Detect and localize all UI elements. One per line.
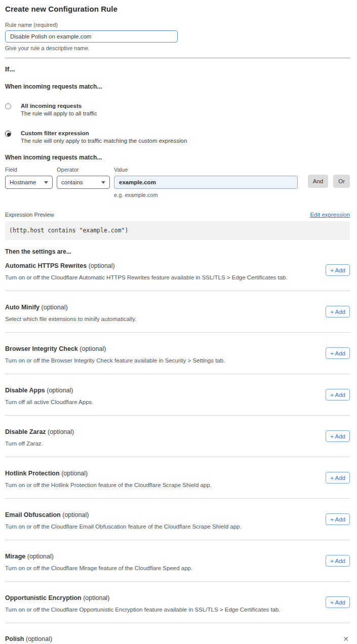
- setting-description: Turn on or off the Hotlink Protection fe…: [5, 482, 212, 488]
- setting-row: Mirage (optional) Turn on or off the Clo…: [5, 540, 350, 582]
- radio-option-custom-expression[interactable]: Custom filter expression The rule will o…: [5, 130, 350, 144]
- close-icon[interactable]: ✕: [343, 635, 349, 642]
- builder-heading: When incoming requests match...: [5, 154, 350, 161]
- setting-row: Disable Apps (optional) Turn off all act…: [5, 374, 350, 416]
- setting-name: Hotlink Protection: [5, 470, 60, 477]
- section-divider: [5, 58, 350, 58]
- setting-optional-tag: (optional): [47, 387, 73, 394]
- setting-optional-tag: (optional): [62, 511, 89, 518]
- expression-preview-label: Expression Preview: [5, 212, 54, 218]
- rule-name-input[interactable]: [5, 30, 178, 43]
- setting-optional-tag: (optional): [27, 553, 54, 560]
- radio-label: All incoming requests: [21, 103, 97, 109]
- radio-option-all-requests[interactable]: All incoming requests The rule will appl…: [5, 103, 350, 116]
- expression-builder-row: Field Hostname Operator contains Value e…: [5, 167, 350, 198]
- value-input[interactable]: [114, 176, 298, 189]
- operator-label: Operator: [57, 167, 110, 173]
- edit-expression-link[interactable]: Edit expression: [310, 212, 350, 218]
- setting-optional-tag: (optional): [89, 262, 115, 269]
- setting-optional-tag: (optional): [83, 594, 109, 601]
- setting-description: Turn on or off the Cloudflare Automatic …: [5, 274, 288, 280]
- setting-name: Browser Integrity Check: [5, 345, 78, 352]
- and-button[interactable]: And: [308, 175, 328, 188]
- setting-row: Opportunistic Encryption (optional) Turn…: [5, 582, 350, 623]
- add-setting-button[interactable]: + Add: [326, 513, 350, 525]
- setting-optional-tag: (optional): [26, 635, 52, 642]
- setting-name: Auto Minify: [5, 304, 39, 311]
- page-title: Create new Configuration Rule: [5, 5, 350, 13]
- setting-row: Automatic HTTPS Rewrites (optional) Turn…: [5, 255, 350, 291]
- setting-name: Disable Zaraz: [5, 428, 46, 435]
- field-label: Field: [5, 167, 53, 173]
- setting-optional-tag: (optional): [61, 470, 88, 477]
- expression-preview-code: (http.host contains "example.com"): [5, 221, 350, 240]
- radio-unselected-icon[interactable]: [5, 103, 11, 109]
- setting-name: Opportunistic Encryption: [5, 594, 82, 601]
- chevron-down-icon: [44, 181, 48, 184]
- then-heading: Then the settings are...: [5, 248, 350, 255]
- rule-name-label: Rule name (required): [5, 22, 350, 28]
- setting-row: Disable Zaraz (optional) Turn off Zaraz.…: [5, 416, 350, 457]
- add-setting-button[interactable]: + Add: [326, 555, 350, 567]
- if-heading: If...: [5, 65, 350, 73]
- setting-row: Browser Integrity Check (optional) Turn …: [5, 333, 350, 374]
- configuration-rule-form: Create new Configuration Rule Rule name …: [0, 0, 357, 644]
- add-setting-button[interactable]: + Add: [326, 430, 350, 442]
- setting-description: Turn on or off the Browser Integrity Che…: [5, 357, 225, 364]
- operator-select[interactable]: contains: [57, 176, 110, 189]
- radio-label: Custom filter expression: [21, 130, 187, 136]
- setting-name: Polish: [5, 635, 24, 642]
- setting-name: Automatic HTTPS Rewrites: [5, 262, 87, 269]
- radio-selected-icon[interactable]: [5, 131, 11, 137]
- field-select-value: Hostname: [10, 179, 36, 185]
- field-select[interactable]: Hostname: [5, 176, 53, 189]
- setting-description: Select which file extensions to minify a…: [5, 316, 136, 322]
- add-setting-button[interactable]: + Add: [326, 264, 350, 276]
- add-setting-button[interactable]: + Add: [326, 596, 350, 608]
- setting-name: Disable Apps: [5, 387, 45, 394]
- or-button[interactable]: Or: [333, 175, 350, 188]
- setting-name: Email Obfuscation: [5, 511, 61, 518]
- setting-row: Hotlink Protection (optional) Turn on or…: [5, 457, 350, 499]
- setting-optional-tag: (optional): [42, 304, 68, 311]
- setting-description: Turn on or off the Cloudflare Opportunis…: [5, 607, 281, 613]
- value-label: Value: [114, 167, 298, 173]
- setting-description: Turn on or off the Cloudflare Email Obfu…: [5, 524, 242, 530]
- add-setting-button[interactable]: + Add: [326, 472, 350, 484]
- chevron-down-icon: [101, 181, 105, 184]
- setting-optional-tag: (optional): [80, 345, 106, 352]
- radio-description: The rule will apply to all traffic: [21, 110, 97, 116]
- setting-row: Auto Minify (optional) Select which file…: [5, 291, 350, 333]
- setting-description: Turn off all active Cloudflare Apps.: [5, 399, 94, 405]
- setting-description: Turn on or off the Cloudflare Mirage fea…: [5, 565, 192, 571]
- value-hint: e.g. example.com: [114, 192, 298, 198]
- setting-name: Mirage: [5, 553, 25, 560]
- rule-name-helper: Give your rule a descriptive name.: [5, 45, 350, 51]
- settings-list: Automatic HTTPS Rewrites (optional) Turn…: [5, 255, 350, 623]
- setting-row: Email Obfuscation (optional) Turn on or …: [5, 499, 350, 540]
- add-setting-button[interactable]: + Add: [326, 389, 350, 400]
- operator-select-value: contains: [61, 179, 83, 185]
- setting-description: Turn off Zaraz.: [5, 440, 74, 447]
- polish-setting-section: Polish (optional) ✕ Change the settings …: [5, 623, 350, 644]
- add-setting-button[interactable]: + Add: [326, 306, 350, 317]
- match-heading: When incoming requests match...: [5, 83, 350, 90]
- add-setting-button[interactable]: + Add: [326, 347, 350, 359]
- setting-optional-tag: (optional): [48, 428, 74, 435]
- radio-description: The rule will only apply to traffic matc…: [21, 138, 187, 144]
